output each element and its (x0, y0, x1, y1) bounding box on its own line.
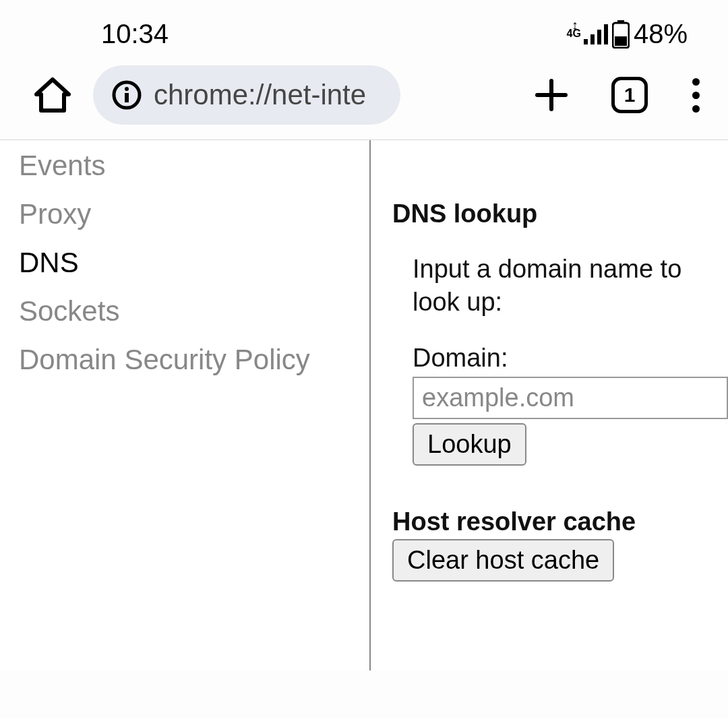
dns-lookup-prompt: Input a domain name to look up: (413, 253, 728, 319)
sidebar-item-proxy[interactable]: Proxy (19, 190, 369, 239)
sidebar-item-dns[interactable]: DNS (19, 239, 369, 287)
status-right: ↕ 4G 48% (567, 19, 688, 49)
dns-lookup-block: Input a domain name to look up: Domain: … (413, 253, 728, 466)
tab-switcher-button[interactable]: 1 (606, 71, 653, 119)
status-time: 10:34 (101, 19, 169, 49)
browser-toolbar: chrome://net-inte 1 (0, 65, 728, 139)
home-icon (34, 77, 71, 113)
battery-percent: 48% (634, 19, 688, 49)
svg-rect-3 (604, 24, 608, 44)
omnibox-url: chrome://net-inte (154, 79, 366, 111)
sidebar-item-domain-security-policy[interactable]: Domain Security Policy (19, 336, 369, 384)
battery-icon (612, 20, 630, 49)
svg-rect-9 (125, 93, 129, 102)
plus-icon (535, 78, 568, 112)
omnibox[interactable]: chrome://net-inte (93, 65, 400, 125)
sidebar-item-events[interactable]: Events (19, 142, 369, 190)
clear-host-cache-button[interactable]: Clear host cache (392, 539, 614, 582)
svg-rect-1 (590, 34, 595, 44)
sidebar-item-sockets[interactable]: Sockets (19, 287, 369, 336)
more-menu-button[interactable] (683, 73, 709, 118)
domain-field-label: Domain: (413, 344, 728, 373)
lookup-button[interactable]: Lookup (413, 423, 526, 466)
new-tab-button[interactable] (529, 73, 574, 117)
tab-count-label: 1 (611, 77, 648, 113)
page-content: Events Proxy DNS Sockets Domain Security… (0, 140, 728, 670)
svg-point-8 (125, 87, 129, 91)
dns-lookup-heading: DNS lookup (392, 199, 728, 228)
main-panel: DNS lookup Input a domain name to look u… (371, 140, 728, 670)
domain-input[interactable] (413, 377, 728, 419)
more-icon (692, 78, 700, 86)
host-resolver-cache-heading: Host resolver cache (392, 507, 728, 536)
svg-rect-6 (615, 36, 627, 46)
svg-rect-2 (597, 30, 601, 44)
network-type-indicator: ↕ 4G (567, 22, 581, 39)
svg-rect-0 (584, 39, 588, 44)
signal-icon (584, 24, 608, 44)
home-button[interactable] (28, 71, 77, 119)
info-icon (112, 80, 142, 110)
status-bar: 10:34 ↕ 4G 48% (0, 0, 728, 65)
sidebar: Events Proxy DNS Sockets Domain Security… (0, 140, 371, 670)
network-type-label: 4G (567, 28, 581, 39)
